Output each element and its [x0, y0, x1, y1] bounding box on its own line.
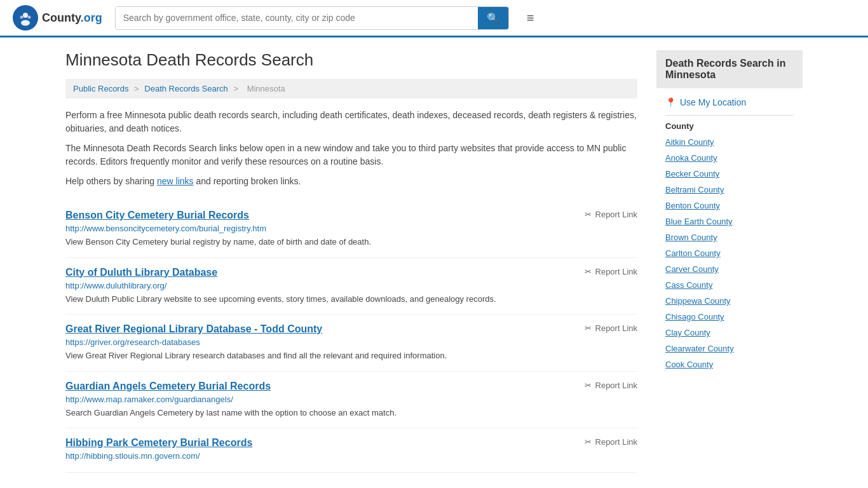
record-title[interactable]: Great River Regional Library Database - … [65, 323, 322, 335]
page-title: Minnesota Death Records Search [65, 50, 637, 70]
record-url-link[interactable]: http://www.duluthlibrary.org/ [65, 281, 166, 290]
county-item-clay[interactable]: Clay County [665, 325, 794, 341]
content-area: Minnesota Death Records Search Public Re… [65, 50, 637, 473]
record-description: View Great River Regional Library resear… [65, 349, 637, 362]
report-icon: ✂ [585, 381, 592, 390]
location-pin-icon: 📍 [665, 97, 676, 107]
report-label: Report Link [595, 267, 637, 276]
record-description: Search Guardian Angels Cemetery by last … [65, 407, 637, 419]
breadcrumb-minnesota: Minnesota [247, 84, 285, 93]
record-title[interactable]: Benson City Cemetery Burial Records [65, 210, 249, 221]
record-item: City of Duluth Library Database ✂ Report… [65, 258, 637, 315]
sidebar-title: Death Records Search in Minnesota [656, 50, 803, 88]
report-link-button[interactable]: ✂ Report Link [585, 210, 637, 219]
svg-point-2 [21, 20, 30, 26]
record-header: Hibbing Park Cemetery Burial Records ✂ R… [65, 437, 637, 449]
breadcrumb-public-records[interactable]: Public Records [73, 84, 128, 93]
record-description: View Duluth Public Library website to se… [65, 293, 637, 306]
search-bar: 🔍 [115, 6, 509, 30]
report-label: Report Link [595, 437, 637, 447]
report-label: Report Link [595, 381, 637, 390]
menu-icon: ≡ [527, 11, 534, 25]
record-url: http://www.bensoncitycemetery.com/burial… [65, 224, 637, 233]
report-icon: ✂ [585, 437, 592, 447]
description-3-suffix: and reporting broken links. [194, 176, 301, 186]
breadcrumb: Public Records > Death Records Search > … [65, 79, 637, 98]
breadcrumb-sep-1: > [134, 84, 141, 93]
record-item: Guardian Angels Cemetery Burial Records … [65, 372, 637, 429]
county-item-chisago[interactable]: Chisago County [665, 309, 794, 325]
breadcrumb-sep-2: > [233, 84, 240, 93]
report-label: Report Link [595, 323, 637, 333]
sidebar-divider [665, 115, 794, 116]
record-url-link[interactable]: http://www.map.ramaker.com/guardianangel… [65, 395, 233, 404]
county-item-blue-earth[interactable]: Blue Earth County [665, 214, 794, 229]
description-2: The Minnesota Death Records Search links… [65, 142, 637, 168]
logo-icon [13, 5, 38, 30]
svg-point-4 [28, 16, 31, 19]
use-my-location-button[interactable]: 📍 Use My Location [656, 95, 755, 110]
search-input[interactable] [116, 7, 478, 29]
search-button[interactable]: 🔍 [478, 7, 508, 29]
county-item-cass[interactable]: Cass County [665, 277, 794, 293]
county-item-clearwater[interactable]: Clearwater County [665, 341, 794, 356]
report-link-button[interactable]: ✂ Report Link [585, 381, 637, 390]
county-item-becker[interactable]: Becker County [665, 166, 794, 182]
record-url-link[interactable]: http://hibbing.stlouis.mn.govern.com/ [65, 451, 200, 461]
county-item-brown[interactable]: Brown County [665, 229, 794, 245]
record-item: Benson City Cemetery Burial Records ✂ Re… [65, 201, 637, 258]
new-links-link[interactable]: new links [157, 176, 194, 186]
report-label: Report Link [595, 210, 637, 219]
record-item: Hibbing Park Cemetery Burial Records ✂ R… [65, 428, 637, 473]
county-item-chippewa[interactable]: Chippewa County [665, 293, 794, 309]
record-header: Guardian Angels Cemetery Burial Records … [65, 381, 637, 392]
record-description: View Benson City Cemetery burial registr… [65, 236, 637, 248]
county-item-beltrami[interactable]: Beltrami County [665, 182, 794, 198]
county-item-anoka[interactable]: Anoka County [665, 150, 794, 166]
svg-point-3 [20, 16, 24, 19]
county-list: County Aitkin County Anoka County Becker… [656, 118, 803, 372]
sidebar: Death Records Search in Minnesota 📍 Use … [656, 50, 803, 473]
record-url: http://www.map.ramaker.com/guardianangel… [65, 395, 637, 404]
report-link-button[interactable]: ✂ Report Link [585, 267, 637, 276]
report-icon: ✂ [585, 323, 592, 333]
logo-text: County.org [42, 11, 102, 25]
description-3: Help others by sharing new links and rep… [65, 175, 637, 188]
record-url-link[interactable]: http://www.bensoncitycemetery.com/burial… [65, 224, 266, 233]
menu-button[interactable]: ≡ [522, 8, 539, 28]
use-my-location-label: Use My Location [680, 97, 746, 107]
record-header: Great River Regional Library Database - … [65, 323, 637, 335]
county-item-carver[interactable]: Carver County [665, 261, 794, 277]
record-url: https://griver.org/research-databases [65, 337, 637, 347]
record-header: Benson City Cemetery Burial Records ✂ Re… [65, 210, 637, 221]
record-url: http://www.duluthlibrary.org/ [65, 281, 637, 290]
breadcrumb-death-records-search[interactable]: Death Records Search [144, 84, 228, 93]
record-title[interactable]: Hibbing Park Cemetery Burial Records [65, 437, 252, 449]
county-item-carlton[interactable]: Carlton County [665, 245, 794, 261]
site-header: County.org 🔍 ≡ [0, 0, 868, 37]
county-column-header: County [665, 118, 794, 134]
description-3-prefix: Help others by sharing [65, 176, 157, 186]
report-link-button[interactable]: ✂ Report Link [585, 323, 637, 333]
report-icon: ✂ [585, 210, 592, 219]
report-link-button[interactable]: ✂ Report Link [585, 437, 637, 447]
record-header: City of Duluth Library Database ✂ Report… [65, 267, 637, 278]
county-item-benton[interactable]: Benton County [665, 198, 794, 214]
record-title[interactable]: Guardian Angels Cemetery Burial Records [65, 381, 271, 392]
report-icon: ✂ [585, 267, 592, 276]
description-1: Perform a free Minnesota public death re… [65, 109, 637, 135]
search-icon: 🔍 [487, 13, 499, 24]
record-url: http://hibbing.stlouis.mn.govern.com/ [65, 451, 637, 461]
county-item-cook[interactable]: Cook County [665, 356, 794, 372]
record-title[interactable]: City of Duluth Library Database [65, 267, 217, 278]
logo[interactable]: County.org [13, 5, 102, 30]
county-item-aitkin[interactable]: Aitkin County [665, 134, 794, 150]
record-url-link[interactable]: https://griver.org/research-databases [65, 337, 200, 347]
records-list: Benson City Cemetery Burial Records ✂ Re… [65, 201, 637, 473]
main-container: Minnesota Death Records Search Public Re… [53, 37, 815, 485]
record-item: Great River Regional Library Database - … [65, 315, 637, 372]
svg-point-1 [23, 13, 28, 18]
